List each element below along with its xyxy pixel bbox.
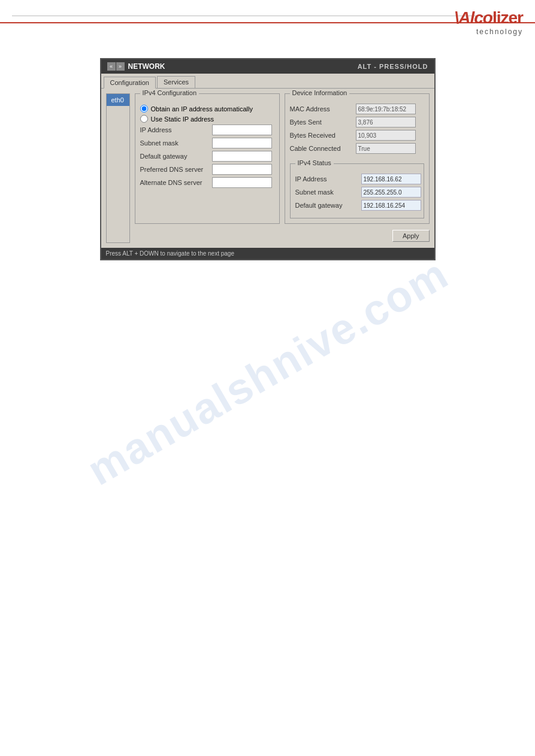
ipv4-status-title: IPv4 Status bbox=[295, 159, 334, 166]
ipv4-status-group: IPv4 Status IP Address Subnet mask Defau… bbox=[290, 163, 424, 218]
watermark: manualshnive.com bbox=[78, 248, 456, 494]
titlebar-arrows: « » bbox=[107, 62, 125, 71]
radio-static-label: Use Static IP address bbox=[151, 116, 214, 123]
ipv4-config-group: IPv4 Configuration Obtain an IP address … bbox=[135, 93, 280, 224]
bytes-received-label: Bytes Received bbox=[290, 132, 356, 139]
radio-auto-row: Obtain an IP address automatically bbox=[140, 105, 274, 113]
main-content: « » NETWORK ALT - PRESS/HOLD Configurati… bbox=[0, 28, 535, 272]
default-gateway-row: Default gateway bbox=[140, 151, 274, 162]
mac-address-row: MAC Address bbox=[290, 104, 424, 114]
radio-auto[interactable] bbox=[140, 105, 148, 113]
main-panel: IPv4 Configuration Obtain an IP address … bbox=[135, 93, 430, 243]
radio-static-row: Use Static IP address bbox=[140, 115, 274, 123]
logo-subtitle: technology bbox=[455, 28, 524, 36]
cable-connected-row: Cable Connected bbox=[290, 143, 424, 154]
subnet-mask-row: Subnet mask bbox=[140, 138, 274, 148]
alternate-dns-input[interactable] bbox=[212, 177, 272, 188]
status-bar: Press ALT + DOWN to navigate to the next… bbox=[101, 248, 434, 259]
status-subnet-value bbox=[361, 187, 421, 198]
preferred-dns-input[interactable] bbox=[212, 164, 272, 175]
status-subnet-row: Subnet mask bbox=[295, 187, 419, 198]
header: \Alcolizer technology bbox=[0, 0, 535, 23]
default-gateway-label: Default gateway bbox=[140, 153, 212, 160]
subnet-mask-label: Subnet mask bbox=[140, 139, 212, 147]
preferred-dns-label: Preferred DNS server bbox=[140, 166, 212, 173]
logo-arrow-icon: \Alco bbox=[455, 8, 492, 27]
radio-static[interactable] bbox=[140, 115, 148, 123]
logo: \Alcolizer technology bbox=[455, 8, 524, 36]
network-window: « » NETWORK ALT - PRESS/HOLD Configurati… bbox=[100, 58, 436, 260]
device-info-title: Device Information bbox=[290, 89, 350, 96]
status-ip-value bbox=[361, 174, 421, 184]
alt-press-hold-label: ALT - PRESS/HOLD bbox=[358, 63, 428, 70]
logo-text: \Alcolizer bbox=[455, 8, 524, 28]
sidebar: eth0 bbox=[106, 93, 130, 243]
status-ip-label: IP Address bbox=[295, 175, 361, 183]
arrow-right-btn[interactable]: » bbox=[116, 62, 125, 71]
status-subnet-label: Subnet mask bbox=[295, 189, 361, 196]
subnet-mask-input[interactable] bbox=[212, 138, 272, 148]
ip-address-row: IP Address bbox=[140, 125, 274, 135]
bytes-received-value bbox=[356, 130, 416, 141]
ipv4-config-title: IPv4 Configuration bbox=[140, 89, 200, 96]
mac-address-value bbox=[356, 104, 416, 114]
window-title: NETWORK bbox=[128, 62, 165, 71]
ip-address-input[interactable] bbox=[212, 125, 272, 135]
window-body: eth0 IPv4 Configuration Obtain an IP add… bbox=[101, 89, 434, 248]
tab-services[interactable]: Services bbox=[157, 76, 195, 88]
status-ip-row: IP Address bbox=[295, 174, 419, 184]
alternate-dns-label: Alternate DNS server bbox=[140, 179, 212, 186]
titlebar-left: « » NETWORK bbox=[107, 62, 165, 71]
header-divider bbox=[12, 16, 523, 16]
tab-bar: Configuration Services bbox=[101, 74, 434, 89]
ip-address-label: IP Address bbox=[140, 126, 212, 133]
bytes-sent-row: Bytes Sent bbox=[290, 117, 424, 127]
apply-button[interactable]: Apply bbox=[392, 230, 430, 242]
tab-configuration[interactable]: Configuration bbox=[104, 77, 156, 89]
logo-lizer: lizer bbox=[492, 8, 523, 27]
cable-connected-value bbox=[356, 143, 416, 154]
arrow-left-btn[interactable]: « bbox=[107, 62, 116, 71]
mac-address-label: MAC Address bbox=[290, 105, 356, 113]
cable-connected-label: Cable Connected bbox=[290, 145, 356, 152]
status-gateway-row: Default gateway bbox=[295, 200, 419, 211]
titlebar: « » NETWORK ALT - PRESS/HOLD bbox=[101, 59, 434, 74]
preferred-dns-row: Preferred DNS server bbox=[140, 164, 274, 175]
radio-auto-label: Obtain an IP address automatically bbox=[151, 105, 253, 113]
sidebar-item-eth0[interactable]: eth0 bbox=[107, 94, 129, 106]
status-gateway-label: Default gateway bbox=[295, 202, 361, 209]
device-info-group: Device Information MAC Address Bytes Sen… bbox=[285, 93, 430, 224]
status-gateway-value bbox=[361, 200, 421, 211]
bytes-sent-label: Bytes Sent bbox=[290, 119, 356, 126]
bytes-received-row: Bytes Received bbox=[290, 130, 424, 141]
default-gateway-input[interactable] bbox=[212, 151, 272, 162]
alternate-dns-row: Alternate DNS server bbox=[140, 177, 274, 188]
top-group-row: IPv4 Configuration Obtain an IP address … bbox=[135, 93, 430, 224]
bytes-sent-value bbox=[356, 117, 416, 127]
apply-row: Apply bbox=[135, 227, 430, 243]
